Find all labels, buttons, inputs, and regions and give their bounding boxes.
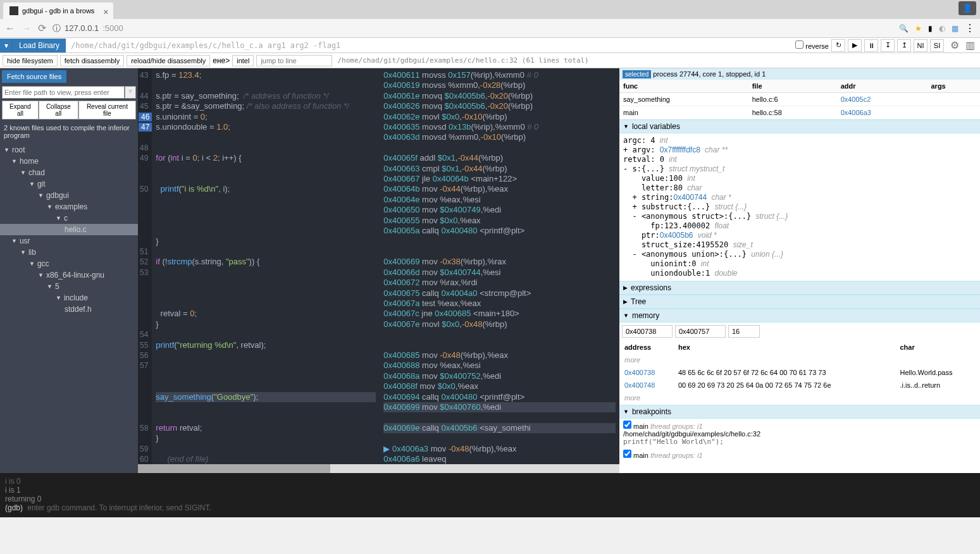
console-prompt: (gdb) [5, 503, 23, 512]
file-path-input[interactable] [2, 86, 125, 99]
menu-caret-button[interactable]: ▾ [0, 39, 13, 52]
expressions-header[interactable]: ▶expressions [619, 281, 980, 295]
tree-5[interactable]: ▼5 [0, 281, 138, 292]
info-icon[interactable]: ⓘ [53, 23, 61, 34]
fetch-disassembly-button[interactable]: fetch disassembly [60, 55, 124, 66]
stack-h-file: file [748, 80, 837, 93]
breakpoint-checkbox[interactable] [623, 421, 631, 429]
step-instruction-button[interactable]: SI [930, 39, 944, 52]
binary-args-input[interactable]: /home/chad/git/gdbgui/examples/c/hello_c… [66, 41, 795, 50]
selected-badge: selected [623, 70, 651, 78]
left-sidebar: Fetch source files ▾ Expand all Collapse… [0, 68, 138, 473]
url-host: 127.0.0.1 [65, 23, 99, 33]
tree-examples[interactable]: ▼examples [0, 201, 138, 212]
stack-table: funcfileaddrargs say_somethinghello.c:60… [619, 80, 980, 120]
step-out-button[interactable]: ↥ [897, 39, 911, 52]
stack-h-addr: addr [837, 80, 927, 93]
reload-icon[interactable]: ⟳ [38, 22, 46, 34]
collapse-all-button[interactable]: Collapse all [39, 101, 78, 120]
right-panel: selected process 27744, core 1, stopped,… [619, 68, 980, 473]
tree-gcc[interactable]: ▼gcc [0, 258, 138, 269]
tree-lib[interactable]: ▼lib [0, 247, 138, 258]
gdb-console[interactable]: i is 0 i is 1 returning 0 (gdb) enter gd… [0, 473, 980, 517]
tab-favicon [9, 6, 18, 15]
local-variables-header[interactable]: ▼local variables [619, 120, 980, 133]
browser-chrome: 👤 gdbgui - gdb in a brows × ← → ⟳ ⓘ 127.… [0, 0, 980, 38]
intel-button[interactable]: intel [232, 55, 254, 66]
tree-gdbgui[interactable]: ▼gdbgui [0, 190, 138, 201]
gear-icon[interactable]: ⚙ [950, 39, 959, 51]
tree-git[interactable]: ▼git [0, 178, 138, 190]
menu-icon[interactable]: ⋮ [965, 22, 975, 34]
memory-bytes-input[interactable] [728, 325, 760, 338]
ext-icon-3[interactable]: ▦ [952, 24, 958, 33]
thread-status: selected process 27744, core 1, stopped,… [619, 68, 980, 80]
process-info: process 27744, core 1, stopped, id 1 [653, 70, 766, 78]
top-toolbar: ▾ Load Binary /home/chad/git/gdbgui/exam… [0, 38, 980, 53]
file-info-label: /home/chad/git/gdbgui/examples/c/hello.c… [335, 56, 588, 65]
step-over-button[interactable]: ↧ [881, 39, 895, 52]
stack-row[interactable]: say_somethinghello.c:60x4005c2 [619, 93, 980, 106]
pause-button[interactable]: ⏸ [864, 39, 878, 52]
jump-to-line-input[interactable] [256, 55, 332, 66]
load-binary-button[interactable]: Load Binary [13, 39, 66, 52]
stack-h-func: func [619, 80, 748, 93]
console-hint: enter gdb command. To interrupt inferior… [27, 503, 211, 512]
continue-button[interactable]: ▶ [848, 39, 862, 52]
tree-stddef[interactable]: stddef.h [0, 304, 138, 315]
file-path-dropdown[interactable]: ▾ [125, 86, 136, 99]
tab-title: gdbgui - gdb in a brows [22, 7, 94, 15]
close-icon[interactable]: × [103, 7, 108, 17]
tree-usr[interactable]: ▼usr [0, 235, 138, 247]
browser-tab[interactable]: gdbgui - gdb in a brows × [3, 3, 113, 19]
tree-root[interactable]: ▼root [0, 144, 138, 156]
back-icon[interactable]: ← [5, 23, 15, 34]
known-files-label: 2 known files used to compile the inferi… [0, 121, 138, 142]
breakpoint-checkbox[interactable] [623, 450, 631, 458]
memory-start-input[interactable] [622, 325, 673, 338]
memory-more[interactable]: more [621, 354, 979, 366]
memory-row: 0x40074800 69 20 69 73 20 25 64 0a 00 72… [621, 379, 979, 391]
memory-more[interactable]: more [621, 392, 979, 403]
user-badge[interactable]: 👤 [958, 1, 976, 15]
line-gutter[interactable]: 43444546474849505152535455565758596061 [138, 68, 152, 473]
restart-button[interactable]: ↻ [831, 39, 845, 52]
next-instruction-button[interactable]: NI [914, 39, 927, 52]
tree-x86-64[interactable]: ▼x86_64-linux-gnu [0, 269, 138, 281]
reverse-checkbox[interactable]: reverse [795, 40, 829, 50]
disassembly-column[interactable]: 0x400611 movss 0x157(%rip),%xmm0 # 0 0x4… [380, 68, 619, 473]
stack-h-args: args [927, 80, 981, 93]
breakpoint-item[interactable]: main thread groups: i1 /home/chad/git/gd… [619, 419, 980, 448]
tree-header[interactable]: ▶Tree [619, 295, 980, 309]
expand-all-button[interactable]: Expand all [2, 101, 39, 120]
address-bar: ← → ⟳ ⓘ 127.0.0.1:5000 🔍 ★ ▮ ◐ ▦ ⋮ [0, 19, 980, 38]
code-pane: 43444546474849505152535455565758596061 s… [138, 68, 619, 473]
memory-header[interactable]: ▼memory [619, 309, 980, 323]
stack-row[interactable]: mainhello.c:580x4006a3 [619, 106, 980, 120]
tree-home[interactable]: ▼home [0, 156, 138, 167]
hide-filesystem-button[interactable]: hide filesystem [3, 55, 58, 66]
horizontal-scrollbar[interactable] [138, 464, 619, 473]
file-tree: ▼root ▼home ▼chad ▼git ▼gdbgui ▼examples… [0, 142, 138, 317]
tree-include[interactable]: ▼include [0, 292, 138, 304]
tree-c[interactable]: ▼c [0, 212, 138, 224]
bookmark-icon[interactable]: ★ [915, 24, 922, 33]
forward-icon: → [22, 23, 32, 34]
fetch-source-files-button[interactable]: Fetch source files [2, 70, 66, 83]
folder-icon[interactable]: ▥ [965, 39, 975, 51]
search-icon[interactable]: 🔍 [899, 24, 909, 33]
reveal-current-file-button[interactable]: Reveal current file [78, 101, 136, 120]
ext-icon-2[interactable]: ◐ [939, 24, 945, 33]
second-toolbar: hide filesystem fetch disassembly reload… [0, 53, 980, 68]
source-column[interactable]: s.fp = 123.4; s.ptr = say_something; /* … [152, 68, 380, 473]
ext-icon-1[interactable]: ▮ [928, 24, 933, 33]
breakpoints-header[interactable]: ▼breakpoints [619, 405, 980, 419]
tree-hello-c[interactable]: hello.c [0, 224, 138, 235]
tree-chad[interactable]: ▼chad [0, 167, 138, 178]
url-box[interactable]: ⓘ 127.0.0.1:5000 [53, 23, 893, 34]
reload-hide-disassembly-button[interactable]: reload/hide disassembly [127, 55, 210, 66]
breakpoint-item[interactable]: main thread groups: i1 [619, 448, 980, 461]
memory-table: addresshexchar more 0x40073848 65 6c 6c … [619, 340, 980, 405]
memory-end-input[interactable] [675, 325, 726, 338]
main-area: Fetch source files ▾ Expand all Collapse… [0, 68, 980, 473]
